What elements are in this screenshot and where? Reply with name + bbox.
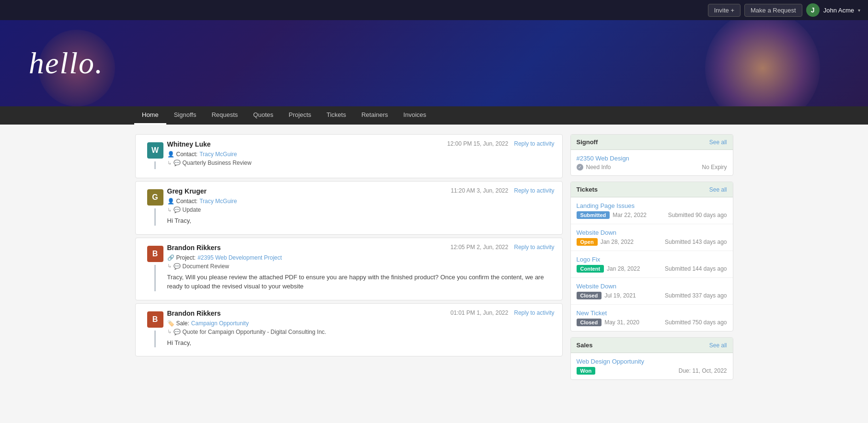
signoff-item-title[interactable]: #2350 Web Design: [577, 155, 727, 162]
chat-icon: 💬: [174, 329, 181, 335]
tag-label: Quarterly Business Review: [183, 160, 252, 166]
person-icon: 👤: [167, 198, 174, 205]
sale-label: Sale:: [176, 320, 189, 327]
activity-meta: 12:00 PM 15, Jun, 2022 Reply to activity: [447, 140, 554, 147]
tag-label: Quote for Campaign Opportunity - Digital…: [183, 329, 326, 335]
signoff-status: Need Info: [586, 164, 611, 171]
ticket-item-title[interactable]: Website Down: [577, 229, 727, 236]
ticket-item-row: OpenJan 28, 2022 Submitted 143 days ago: [577, 238, 727, 246]
signoff-section: Signoff See all #2350 Web Design ✓ Need …: [570, 134, 733, 176]
activity-meta: 01:01 PM 1, Jun, 2022 Reply to activity: [451, 309, 555, 316]
make-request-button[interactable]: Make a Request: [744, 4, 802, 17]
signoff-see-all[interactable]: See all: [709, 139, 727, 146]
ticket-date: Mar 22, 2022: [613, 212, 647, 218]
sender-avatar: B: [147, 311, 163, 328]
sales-item-title[interactable]: Web Design Opportunity: [577, 358, 727, 365]
user-menu[interactable]: J John Acme ▾: [806, 3, 860, 17]
card-border: [154, 208, 156, 226]
nav-home[interactable]: Home: [134, 106, 166, 125]
activity-body: Hi Tracy,: [167, 216, 555, 226]
activity-feed: W Whitney Luke 12:00 PM 15, Jun, 2022 Re…: [135, 134, 563, 386]
reply-link[interactable]: Reply to activity: [514, 244, 554, 251]
sales-due: Due: 11, Oct, 2022: [679, 367, 727, 374]
ticket-date: Jan 28, 2022: [607, 265, 640, 272]
need-info-badge: ✓: [577, 164, 583, 171]
activity-header: Brandon Rikkers 12:05 PM 2, Jun, 2022 Re…: [167, 244, 555, 252]
user-avatar: J: [806, 3, 820, 17]
sales-header: Sales See all: [571, 338, 733, 353]
ticket-badge: Content: [577, 265, 604, 273]
reply-link[interactable]: Reply to activity: [514, 309, 554, 316]
reply-icon: ↳: [167, 329, 172, 335]
sale-link[interactable]: Campaign Opportunity: [191, 320, 249, 327]
nav-quotes[interactable]: Quotes: [245, 106, 281, 125]
sales-title: Sales: [577, 342, 593, 349]
activity-sale: 🏷️ Sale: Campaign Opportunity: [167, 320, 555, 327]
activity-card: G Greg Kruger 11:20 AM 3, Jun, 2022 Repl…: [135, 181, 563, 235]
ticket-item-title[interactable]: Landing Page Issues: [577, 202, 727, 209]
ticket-date: Jan 28, 2022: [601, 239, 634, 245]
card-content: Brandon Rikkers 01:01 PM 1, Jun, 2022 Re…: [167, 309, 555, 348]
card-border: [154, 265, 156, 291]
invite-button[interactable]: Invite +: [708, 4, 741, 17]
signoff-header: Signoff See all: [571, 135, 733, 150]
project-link[interactable]: #2395 Web Development Project: [197, 254, 282, 261]
contact-label: Contact:: [176, 151, 198, 158]
contact-label: Contact:: [176, 198, 198, 205]
sender-avatar: W: [147, 142, 163, 159]
avatar-col: G: [143, 187, 167, 226]
contact-link[interactable]: Tracy McGuire: [199, 198, 237, 205]
tickets-section: Tickets See all Landing Page Issues Subm…: [570, 182, 733, 332]
activity-contact: 👤 Contact: Tracy McGuire: [167, 198, 555, 205]
nav-tickets[interactable]: Tickets: [319, 106, 354, 125]
activity-project: 🔗 Project: #2395 Web Development Project: [167, 254, 555, 261]
hero-section: hello.: [0, 20, 868, 106]
nav-projects[interactable]: Projects: [281, 106, 319, 125]
ticket-date: May 31, 2020: [604, 319, 639, 326]
ticket-item-title[interactable]: New Ticket: [577, 309, 727, 317]
reply-link[interactable]: Reply to activity: [514, 187, 554, 194]
sales-section: Sales See all Web Design Opportunity Won…: [570, 337, 733, 380]
ticket-item-row: ClosedJul 19, 2021 Submitted 337 days ag…: [577, 292, 727, 299]
card-content: Whitney Luke 12:00 PM 15, Jun, 2022 Repl…: [167, 140, 555, 169]
sales-badge: Won: [577, 367, 596, 375]
nav-retainers[interactable]: Retainers: [354, 106, 396, 125]
nav-invoices[interactable]: Invoices: [396, 106, 434, 125]
activity-meta: 11:20 AM 3, Jun, 2022 Reply to activity: [451, 187, 554, 194]
link-icon: 🔗: [167, 254, 174, 261]
signoff-expiry: No Expiry: [702, 164, 727, 171]
nav-signoffs[interactable]: Signoffs: [166, 106, 204, 125]
ticket-item: Logo Fix ContentJan 28, 2022 Submitted 1…: [571, 251, 733, 278]
activity-meta: 12:05 PM 2, Jun, 2022 Reply to activity: [451, 244, 555, 251]
tickets-title: Tickets: [577, 186, 598, 193]
ticket-item: New Ticket ClosedMay 31, 2020 Submitted …: [571, 305, 733, 331]
tag-label: Update: [183, 206, 201, 213]
activity-time: 12:05 PM 2, Jun, 2022: [451, 244, 509, 251]
contact-link[interactable]: Tracy McGuire: [199, 151, 237, 158]
avatar-col: B: [143, 309, 167, 348]
ticket-item-title[interactable]: Logo Fix: [577, 256, 727, 263]
ticket-item: Website Down OpenJan 28, 2022 Submitted …: [571, 224, 733, 251]
chat-icon: 💬: [174, 263, 181, 270]
activity-header: Whitney Luke 12:00 PM 15, Jun, 2022 Repl…: [167, 140, 555, 148]
user-name-label: John Acme: [823, 7, 854, 14]
sender-avatar: G: [147, 189, 163, 206]
sender-name: Whitney Luke: [167, 140, 211, 148]
ticket-submitted: Submitted 750 days ago: [665, 319, 727, 326]
ticket-badge: Open: [577, 238, 598, 246]
activity-tag: ↳ 💬 Document Review: [167, 263, 555, 270]
ticket-submitted: Submitted 144 days ago: [665, 265, 727, 272]
ticket-item-title[interactable]: Website Down: [577, 283, 727, 290]
chat-icon: 💬: [174, 206, 181, 213]
reply-icon: ↳: [167, 263, 172, 269]
main-nav: Home Signoffs Requests Quotes Projects T…: [0, 106, 868, 125]
tickets-see-all[interactable]: See all: [709, 186, 727, 193]
nav-requests[interactable]: Requests: [204, 106, 245, 125]
sender-name: Brandon Rikkers: [167, 244, 221, 252]
activity-card: B Brandon Rikkers 01:01 PM 1, Jun, 2022 …: [135, 303, 563, 357]
sales-see-all[interactable]: See all: [709, 342, 727, 349]
main-layout: W Whitney Luke 12:00 PM 15, Jun, 2022 Re…: [127, 125, 741, 395]
sender-name: Greg Kruger: [167, 187, 207, 195]
card-border: [154, 161, 156, 169]
reply-link[interactable]: Reply to activity: [514, 140, 554, 147]
